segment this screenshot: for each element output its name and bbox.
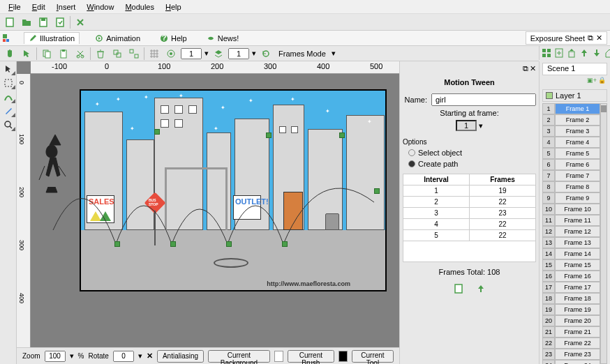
frame-row[interactable]: 9Frame 9 bbox=[542, 192, 600, 204]
stepper-icon[interactable]: ▾ bbox=[252, 49, 256, 58]
bg-swatch[interactable] bbox=[274, 351, 283, 362]
stage[interactable]: ✦✦✦✦✦✦✦✦✦✦✦ SALES OUTLET! BUSSTOP bbox=[80, 89, 387, 291]
tween-name-input[interactable] bbox=[431, 93, 536, 106]
insert-icon[interactable] bbox=[553, 46, 565, 60]
stepper-icon[interactable]: ▾ bbox=[138, 351, 142, 361]
tool-button[interactable]: Current Tool bbox=[352, 350, 394, 363]
move-up-icon[interactable] bbox=[566, 46, 577, 60]
undock-icon[interactable]: ⧉ bbox=[523, 64, 528, 74]
brush-tool[interactable] bbox=[1, 105, 15, 117]
brush-button[interactable]: Current Brush bbox=[288, 350, 334, 363]
stepper-icon[interactable]: ▾ bbox=[479, 121, 483, 130]
table-row[interactable]: 222 bbox=[403, 197, 536, 208]
path-node[interactable] bbox=[170, 241, 176, 247]
frame-row[interactable]: 18Frame 18 bbox=[542, 293, 600, 304]
path-node[interactable] bbox=[374, 188, 380, 194]
frame-row[interactable]: 21Frame 21 bbox=[542, 326, 600, 338]
brush-swatch[interactable] bbox=[339, 351, 348, 362]
dropdown-icon[interactable]: ▾ bbox=[332, 49, 336, 58]
group-icon[interactable] bbox=[110, 47, 124, 61]
frame-row[interactable]: 3Frame 3 bbox=[542, 126, 600, 137]
onion-layers-icon[interactable] bbox=[211, 47, 225, 61]
close-icon[interactable]: ✕ bbox=[530, 64, 536, 74]
layer-color-swatch[interactable] bbox=[546, 92, 553, 99]
path-node[interactable] bbox=[114, 241, 120, 247]
tab-illustration[interactable]: Illustration bbox=[24, 32, 80, 44]
motion-path[interactable] bbox=[53, 146, 399, 286]
stepper-icon[interactable]: ▾ bbox=[204, 49, 209, 58]
open-file-icon[interactable] bbox=[20, 15, 34, 29]
menu-window[interactable]: Window bbox=[81, 1, 119, 13]
table-row[interactable]: 422 bbox=[403, 219, 536, 230]
frame-row[interactable]: 2Frame 2 bbox=[542, 114, 600, 126]
save-tween-icon[interactable] bbox=[474, 282, 488, 296]
rotate-input[interactable] bbox=[113, 351, 134, 362]
close-icon[interactable]: ✕ bbox=[596, 33, 602, 43]
create-path-radio[interactable]: Create path bbox=[403, 160, 536, 168]
frame-row[interactable]: 6Frame 6 bbox=[542, 159, 600, 170]
frame-row[interactable]: 7Frame 7 bbox=[542, 170, 600, 181]
frame-row[interactable]: 5Frame 5 bbox=[542, 148, 600, 159]
frame-row[interactable]: 17Frame 17 bbox=[542, 282, 600, 293]
draw-tool[interactable] bbox=[1, 91, 15, 103]
path-node[interactable] bbox=[339, 132, 345, 138]
frame-row[interactable]: 1Frame 1 bbox=[542, 103, 600, 114]
pointer-tool[interactable] bbox=[1, 63, 15, 75]
cut-icon[interactable] bbox=[73, 47, 87, 61]
table-row[interactable]: 119 bbox=[403, 185, 536, 197]
frame-a-input[interactable] bbox=[181, 48, 202, 59]
layer-plus-icon[interactable]: ▣+ bbox=[587, 77, 597, 88]
cursor-icon[interactable] bbox=[20, 47, 34, 61]
frame-list[interactable]: 1Frame 12Frame 23Frame 34Frame 45Frame 5… bbox=[542, 103, 600, 364]
zoom-input[interactable] bbox=[45, 351, 66, 362]
menu-help[interactable]: Help bbox=[160, 1, 187, 13]
delete-icon[interactable] bbox=[94, 47, 107, 61]
table-row[interactable]: 323 bbox=[403, 208, 536, 219]
frame-row[interactable]: 22Frame 22 bbox=[542, 338, 600, 349]
grid-icon[interactable] bbox=[147, 47, 161, 61]
menu-file[interactable]: File bbox=[3, 1, 27, 13]
frame-row[interactable]: 11Frame 11 bbox=[542, 215, 600, 226]
frame-row[interactable]: 10Frame 10 bbox=[542, 204, 600, 215]
new-file-icon[interactable] bbox=[3, 15, 17, 29]
tab-animation[interactable]: Animation bbox=[91, 33, 144, 44]
menu-modules[interactable]: Modules bbox=[119, 1, 160, 13]
antialiasing-button[interactable]: Antialiasing bbox=[157, 350, 204, 363]
arrow-down-icon[interactable] bbox=[591, 46, 602, 60]
hand-icon[interactable] bbox=[3, 47, 17, 61]
frame-b-input[interactable] bbox=[228, 48, 249, 59]
home-icon[interactable] bbox=[604, 46, 610, 60]
undock-icon[interactable]: ⧉ bbox=[588, 33, 593, 43]
path-node[interactable] bbox=[282, 241, 288, 247]
frame-row[interactable]: 24Frame 24 bbox=[542, 360, 600, 364]
frame-row[interactable]: 4Frame 4 bbox=[542, 137, 600, 148]
scene-tab[interactable]: Scene 1 bbox=[542, 63, 607, 75]
canvas-area[interactable]: -1000100200300400500600 0100200300400 ⧉ … bbox=[17, 61, 399, 347]
save-as-icon[interactable] bbox=[53, 15, 67, 29]
onion-icon[interactable] bbox=[164, 47, 178, 61]
frame-row[interactable]: 20Frame 20 bbox=[542, 315, 600, 326]
add-icon[interactable] bbox=[541, 46, 552, 60]
path-node[interactable] bbox=[226, 241, 232, 247]
layer-lock-icon[interactable]: 🔒 bbox=[598, 77, 606, 88]
start-frame-input[interactable] bbox=[456, 120, 477, 131]
frame-row[interactable]: 8Frame 8 bbox=[542, 181, 600, 192]
apply-icon[interactable] bbox=[452, 282, 466, 296]
path-node[interactable] bbox=[154, 129, 160, 135]
frame-row[interactable]: 13Frame 13 bbox=[542, 237, 600, 248]
frame-row[interactable]: 12Frame 12 bbox=[542, 226, 600, 237]
close-icon[interactable]: ✕ bbox=[147, 351, 153, 361]
refresh-icon[interactable] bbox=[259, 47, 273, 61]
scrollbar[interactable] bbox=[600, 103, 607, 364]
select-object-radio[interactable]: Select object bbox=[403, 149, 536, 157]
path-node[interactable] bbox=[266, 132, 271, 138]
close-icon[interactable] bbox=[73, 15, 87, 29]
exposure-sheet-panel-label[interactable]: Exposure Sheet ⧉ ✕ bbox=[526, 31, 607, 45]
copy-icon[interactable] bbox=[40, 47, 54, 61]
zoom-tool[interactable] bbox=[1, 119, 15, 131]
frame-row[interactable]: 14Frame 14 bbox=[542, 248, 600, 259]
paste-icon[interactable] bbox=[57, 47, 70, 61]
arrow-up-icon[interactable] bbox=[579, 46, 590, 60]
save-icon[interactable] bbox=[36, 15, 50, 29]
tab-news[interactable]: News! bbox=[202, 33, 244, 44]
